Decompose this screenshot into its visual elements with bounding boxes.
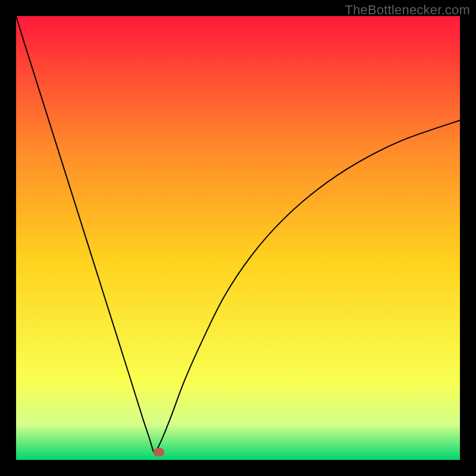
watermark-text: TheBottlenecker.com — [345, 2, 470, 18]
bottleneck-curve — [16, 16, 460, 453]
plot-area — [16, 16, 460, 460]
chart-frame: TheBottlenecker.com — [0, 0, 476, 476]
bottleneck-marker — [154, 448, 164, 456]
curve-layer — [16, 16, 460, 460]
